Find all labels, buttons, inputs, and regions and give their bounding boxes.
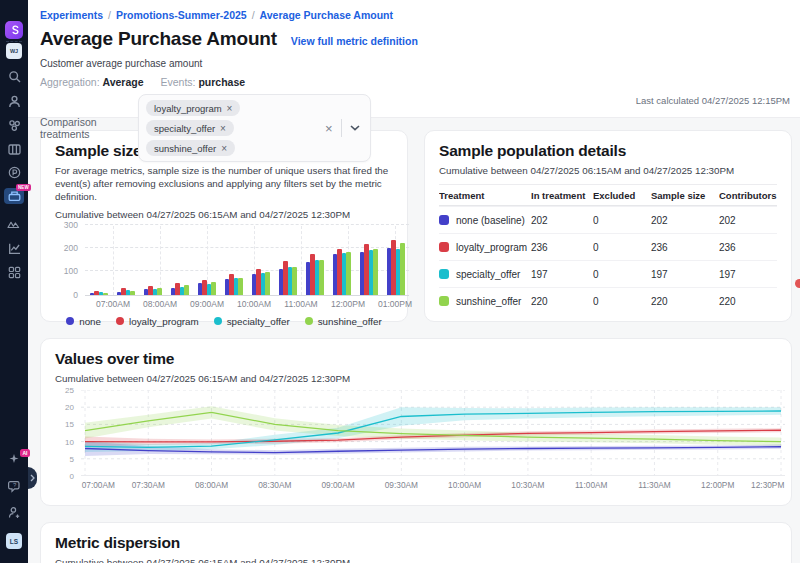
chip-remove-icon[interactable]: × [221, 143, 227, 154]
breadcrumb-separator: / [252, 9, 255, 21]
chip-label: specialty_offer [154, 123, 215, 134]
feature-gates-icon[interactable] [0, 143, 28, 156]
bar [319, 260, 324, 295]
bar [202, 280, 207, 295]
segments-icon[interactable] [0, 119, 28, 132]
legend-dot [214, 317, 222, 325]
table-cell: 0 [593, 269, 651, 280]
pulse-icon[interactable] [0, 166, 28, 179]
legend-item-specialty_offer[interactable]: specialty_offer [214, 316, 290, 327]
invite-user-icon[interactable] [0, 506, 28, 519]
workspace-avatar[interactable]: WJ [0, 43, 28, 59]
table-row: none (baseline)2020202202 [439, 206, 777, 233]
bar-ytick-label: 300 [64, 220, 78, 230]
breadcrumb-experiment-name[interactable]: Promotions-Summer-2025 [116, 9, 247, 21]
metrics-icon[interactable] [0, 242, 28, 255]
treatment-cell: none (baseline) [439, 215, 531, 226]
bar [256, 269, 261, 295]
population-table: TreatmentIn treatmentExcludedSample size… [439, 184, 777, 314]
bar-gridline [85, 247, 409, 248]
legend-dot [305, 317, 313, 325]
treatment-chip[interactable]: sunshine_offer× [146, 140, 235, 156]
app-logo[interactable] [0, 21, 28, 39]
chip-remove-icon[interactable]: × [220, 123, 226, 134]
dispersion-card: Metric dispersion Cumulative between 04/… [40, 522, 792, 563]
chip-label: sunshine_offer [154, 143, 216, 154]
dashboards-icon[interactable] [0, 266, 28, 279]
values-xtick-label: 11:00AM [575, 480, 608, 490]
ai-badge: AI [20, 449, 30, 457]
column-header-in-treatment: In treatment [531, 190, 593, 201]
table-row: specialty_offer1970197197 [439, 260, 777, 287]
legend-label: loyalty_program [129, 316, 199, 327]
population-table-header: TreatmentIn treatmentExcludedSample size… [439, 184, 777, 206]
table-cell: 202 [719, 215, 779, 226]
bar-xtick-label: 09:00AM [190, 299, 224, 309]
treatment-color-swatch [439, 296, 449, 306]
table-cell: 0 [593, 296, 651, 307]
values-ytick-label: 10 [65, 438, 74, 447]
experiments-icon: NEW [4, 188, 24, 204]
values-ytick-label: 0 [70, 472, 74, 481]
treatment-color-swatch [439, 215, 449, 225]
column-header-treatment: Treatment [439, 190, 531, 201]
treatment-cell: specialty_offer [439, 269, 531, 280]
bar [283, 261, 288, 294]
bar [121, 288, 126, 295]
metric-subtitle: Customer average purchase amount [40, 58, 792, 69]
bar [211, 282, 216, 295]
chip-remove-icon[interactable]: × [227, 103, 233, 114]
bar [148, 286, 153, 295]
population-range: Cumulative between 04/27/2025 06:15AM an… [439, 165, 777, 176]
table-cell: 220 [531, 296, 593, 307]
legend-dot [66, 317, 74, 325]
user-avatar[interactable]: LS [0, 533, 28, 549]
values-xtick-label: 12:00PM [701, 480, 734, 490]
ai-assistant-icon[interactable]: AI [0, 453, 28, 465]
sample-size-plot [85, 226, 409, 296]
table-cell: 197 [719, 269, 779, 280]
aggregation-value: Average [102, 76, 143, 88]
table-cell: 202 [651, 215, 719, 226]
values-xtick-label: 10:00AM [448, 480, 481, 490]
bar [337, 249, 342, 295]
clear-all-icon[interactable]: × [321, 121, 337, 136]
bar-xtick-label: 01:00PM [378, 299, 412, 309]
values-ytick-label: 15 [65, 420, 74, 429]
autotune-icon[interactable] [0, 217, 28, 230]
legend-item-loyalty_program[interactable]: loyalty_program [116, 316, 199, 327]
help-icon[interactable]: ? [0, 480, 28, 493]
content: Sample size over time For average metric… [28, 118, 800, 563]
table-cell: 220 [651, 296, 719, 307]
treatment-chip[interactable]: specialty_offer× [146, 120, 234, 136]
breadcrumb-experiments[interactable]: Experiments [40, 9, 103, 21]
bar-gridline [301, 226, 302, 295]
legend-item-none[interactable]: none [66, 316, 101, 327]
new-badge: NEW [16, 184, 31, 191]
table-row: loyalty_program2360236236 [439, 233, 777, 260]
sidebar: WJ NEW AI ? LS [0, 0, 28, 563]
bar-ytick-label: 0 [73, 290, 78, 300]
dispersion-range: Cumulative between 04/27/2025 06:15AM an… [55, 557, 777, 563]
bar-xtick-label: 07:00AM [96, 299, 130, 309]
bar [364, 244, 369, 295]
main-area: Experiments/Promotions-Summer-2025/Avera… [28, 0, 800, 563]
breadcrumb-metric-name[interactable]: Average Purchase Amount [260, 9, 393, 21]
users-icon[interactable] [0, 95, 28, 108]
legend-item-sunshine_offer[interactable]: sunshine_offer [305, 316, 382, 327]
chevron-down-icon[interactable] [346, 125, 364, 131]
search-icon[interactable] [0, 70, 28, 83]
values-ytick-label: 5 [70, 455, 74, 464]
treatment-name: none (baseline) [456, 215, 525, 226]
user-initials: LS [6, 533, 22, 549]
treatment-chip[interactable]: loyalty_program× [146, 100, 240, 116]
column-header-excluded: Excluded [593, 190, 651, 201]
bar-xtick-label: 11:00AM [284, 299, 317, 309]
values-plot-svg [81, 390, 785, 476]
legend-label: specialty_offer [227, 316, 290, 327]
sidebar-divider [6, 41, 22, 42]
experiments-icon-selected[interactable]: NEW [0, 188, 28, 204]
metric-definition-link[interactable]: View full metric definition [291, 35, 418, 47]
treatments-multiselect[interactable]: loyalty_program×specialty_offer×sunshine… [138, 94, 371, 162]
table-cell: 220 [719, 296, 779, 307]
